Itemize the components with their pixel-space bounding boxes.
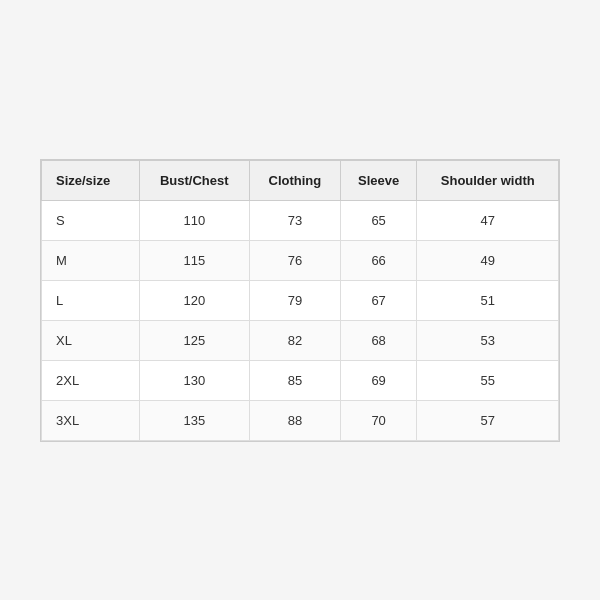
cell-clothing-3: 82 [249,320,340,360]
cell-clothing-4: 85 [249,360,340,400]
cell-sleeve-2: 67 [340,280,417,320]
header-clothing: Clothing [249,160,340,200]
cell-shoulder-5: 57 [417,400,559,440]
cell-shoulder-1: 49 [417,240,559,280]
size-table: Size/size Bust/Chest Clothing Sleeve Sho… [41,160,559,441]
cell-sleeve-4: 69 [340,360,417,400]
cell-bust-4: 130 [139,360,249,400]
cell-bust-1: 115 [139,240,249,280]
table-row: 3XL135887057 [42,400,559,440]
size-table-container: Size/size Bust/Chest Clothing Sleeve Sho… [40,159,560,442]
cell-bust-3: 125 [139,320,249,360]
table-row: S110736547 [42,200,559,240]
table-row: 2XL130856955 [42,360,559,400]
cell-size-4: 2XL [42,360,140,400]
cell-shoulder-4: 55 [417,360,559,400]
header-sleeve: Sleeve [340,160,417,200]
table-header-row: Size/size Bust/Chest Clothing Sleeve Sho… [42,160,559,200]
cell-clothing-5: 88 [249,400,340,440]
table-row: L120796751 [42,280,559,320]
cell-sleeve-0: 65 [340,200,417,240]
header-size: Size/size [42,160,140,200]
cell-bust-0: 110 [139,200,249,240]
header-bust: Bust/Chest [139,160,249,200]
cell-size-2: L [42,280,140,320]
header-shoulder: Shoulder width [417,160,559,200]
cell-shoulder-0: 47 [417,200,559,240]
cell-bust-2: 120 [139,280,249,320]
cell-size-1: M [42,240,140,280]
cell-sleeve-5: 70 [340,400,417,440]
cell-clothing-1: 76 [249,240,340,280]
table-row: XL125826853 [42,320,559,360]
cell-shoulder-2: 51 [417,280,559,320]
cell-sleeve-3: 68 [340,320,417,360]
cell-clothing-2: 79 [249,280,340,320]
cell-size-0: S [42,200,140,240]
table-body: S110736547M115766649L120796751XL12582685… [42,200,559,440]
cell-bust-5: 135 [139,400,249,440]
cell-clothing-0: 73 [249,200,340,240]
cell-size-3: XL [42,320,140,360]
cell-size-5: 3XL [42,400,140,440]
cell-shoulder-3: 53 [417,320,559,360]
table-row: M115766649 [42,240,559,280]
cell-sleeve-1: 66 [340,240,417,280]
